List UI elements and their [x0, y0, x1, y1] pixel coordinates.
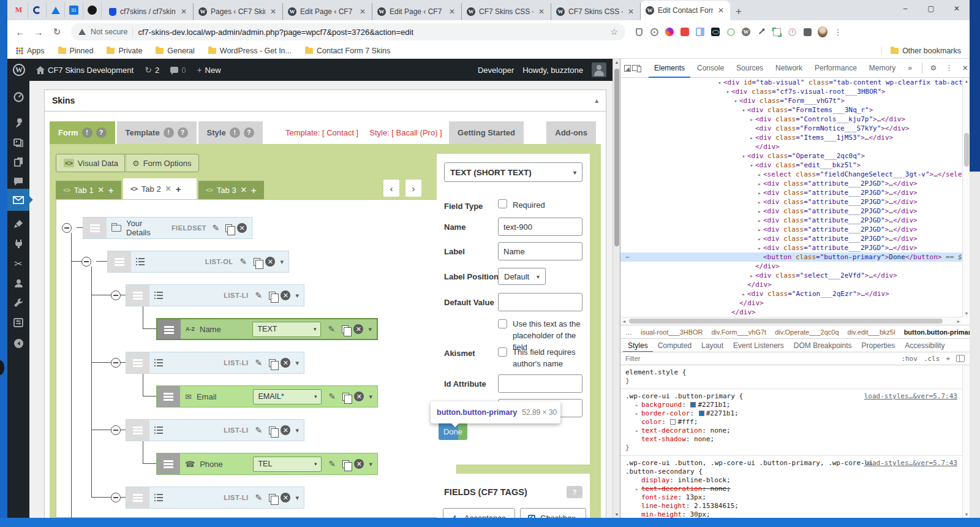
close-button[interactable]: ✕: [944, 0, 970, 17]
css-property[interactable]: ▸border-color: #2271b1;: [625, 409, 957, 418]
edit-icon[interactable]: ✎: [211, 223, 221, 233]
chrome-menu-icon[interactable]: ⋮: [833, 27, 843, 37]
devtools-tab-console[interactable]: Console: [692, 59, 729, 78]
delete-icon[interactable]: ✕: [281, 493, 290, 502]
scrollbar-thumb[interactable]: [614, 69, 619, 246]
expand-arrow-icon[interactable]: ▸: [748, 115, 755, 124]
duplicate-icon[interactable]: [225, 224, 232, 232]
tree-row-name-field[interactable]: A-Z Name TEXT▾ ✎ ✕ ▾: [156, 318, 378, 340]
howdy-link[interactable]: Howdy, buzztone: [522, 66, 583, 75]
devtools-node-line[interactable]: ▸<div class="Items___1jMS3">…</div>: [620, 133, 962, 142]
wp-logo[interactable]: W: [7, 59, 31, 81]
drag-handle-icon[interactable]: [126, 285, 149, 306]
tab-properties[interactable]: Properties: [857, 339, 900, 352]
tab-layout[interactable]: Layout: [696, 339, 728, 352]
menu-plugins[interactable]: [7, 234, 29, 254]
tree-row-list-li[interactable]: LIST-LI ✎ ✕ ▾: [126, 419, 304, 441]
devtools-node-line[interactable]: ▸<select class="fieldChangeSelect___3gt-…: [620, 170, 962, 179]
tab-dom-breakpoints[interactable]: DOM Breakpoints: [789, 339, 857, 352]
menu-settings[interactable]: [7, 313, 29, 332]
wordpress-extension-icon[interactable]: W: [741, 27, 751, 37]
tab-form[interactable]: Form!?: [50, 121, 115, 144]
duplicate-icon[interactable]: [342, 325, 349, 333]
devtools-node-line[interactable]: ▸<div class="attribute___2PJGD">…</div>: [620, 243, 962, 252]
css-property[interactable]: display: inline-block;: [625, 476, 957, 485]
collapse-node-icon[interactable]: [111, 358, 121, 368]
devtools-node-line[interactable]: </div>: [620, 298, 962, 308]
collapse-node-icon[interactable]: [111, 493, 121, 502]
devtools-tab-elements[interactable]: Elements: [649, 59, 690, 78]
red-extension-icon[interactable]: [680, 27, 690, 37]
duplicate-icon[interactable]: [342, 460, 349, 468]
id-attribute-field[interactable]: [498, 374, 582, 393]
color-swatch[interactable]: [670, 419, 676, 425]
pinned-tab-gmail[interactable]: M: [10, 2, 28, 18]
expand-arrow-icon[interactable]: ▾: [740, 106, 747, 115]
scroll-down-arrow[interactable]: ▼: [963, 512, 970, 517]
akismet-checkbox[interactable]: [498, 347, 507, 357]
tab-close-icon[interactable]: ✕: [269, 7, 277, 16]
device-toolbar-icon[interactable]: [632, 61, 640, 75]
warning-badge[interactable]: !: [164, 127, 174, 138]
inspect-element-icon[interactable]: [624, 61, 631, 75]
pinned-tab-drive[interactable]: [47, 2, 65, 18]
css-property[interactable]: color: #fff;: [625, 418, 957, 427]
capture-frame-icon[interactable]: [772, 27, 782, 37]
new-tab-button[interactable]: +: [730, 3, 747, 20]
default-value-field[interactable]: [498, 293, 582, 311]
delete-icon[interactable]: ✕: [281, 290, 290, 300]
expand-arrow-icon[interactable]: ▾: [732, 97, 739, 106]
tree-row-fieldset[interactable]: Your Details FIELDSET ✎ ✕: [83, 217, 252, 239]
tab-close-icon[interactable]: ✕: [179, 7, 188, 16]
devtools-node-line[interactable]: ▾<div class="edit___bkz5l">: [620, 161, 962, 170]
element-style-rule[interactable]: element.style { }: [620, 365, 962, 389]
help-badge[interactable]: ?: [96, 127, 107, 138]
expand-arrow-icon[interactable]: ▸: [756, 244, 763, 253]
devtools-node-line[interactable]: ⋯<button class="button-primary">Done</bu…: [620, 252, 962, 262]
label-field[interactable]: [498, 242, 582, 260]
expand-arrow-icon[interactable]: ▾: [716, 78, 723, 88]
tab-getting-started[interactable]: Getting Started: [449, 121, 524, 144]
duplicate-icon[interactable]: [269, 494, 276, 502]
browser-tab-3[interactable]: WEdit Page ‹ CF7 Skins Te✕: [283, 3, 372, 20]
tab-close-icon[interactable]: ✕: [717, 6, 725, 15]
devtools-node-line[interactable]: ▸<div class="attribute___2PJGD">…</div>: [620, 234, 962, 243]
breadcrumb-item-selected[interactable]: button.button-primary: [904, 328, 970, 336]
edit-icon[interactable]: ✎: [253, 493, 264, 502]
devtools-node-line[interactable]: ▾<div id="tab-visual" class="tab-content…: [620, 78, 962, 87]
tab-addons[interactable]: Add-ons: [546, 121, 596, 144]
tree-row-phone-field[interactable]: ☎ Phone TEL▾ ✎ ✕ ▾: [156, 453, 378, 475]
delete-icon[interactable]: ✕: [281, 358, 290, 368]
devtools-tab-network[interactable]: Network: [770, 59, 808, 78]
duplicate-icon[interactable]: [269, 359, 276, 367]
tab-close-icon[interactable]: ✕: [627, 7, 635, 16]
expand-arrow-icon[interactable]: ▸: [756, 170, 763, 180]
visual-data-button[interactable]: <>Visual Data: [56, 154, 126, 172]
css-property[interactable]: ▸text-decoration: none;: [625, 427, 957, 435]
devtools-node-line[interactable]: </div>: [620, 142, 962, 151]
devtools-node-line[interactable]: ▸<div class="select___2eVfd">…</div>: [620, 271, 962, 280]
devtools-node-line[interactable]: ▸<div class="attribute___2PJGD">…</div>: [620, 225, 962, 234]
tab-template[interactable]: Template!?: [117, 121, 197, 144]
tab-close-icon[interactable]: ✕: [358, 7, 367, 16]
delete-icon[interactable]: ✕: [265, 257, 275, 267]
react-devtools-icon[interactable]: [710, 27, 720, 37]
breadcrumb-item[interactable]: isual-root___3HBOR: [641, 328, 703, 336]
breadcrumb-item[interactable]: div.Operate___2qc0q: [775, 328, 839, 336]
address-bar[interactable]: Not secure cf7-skins-dev.local/wp-admin/…: [71, 23, 625, 40]
collapse-node-icon[interactable]: [111, 290, 121, 300]
tab-event-listeners[interactable]: Event Listeners: [728, 339, 789, 352]
menu-collapse[interactable]: [7, 333, 29, 353]
devtools-node-line[interactable]: ▸<div class="attribute___2PJGD">…</div>: [620, 216, 962, 225]
profile-avatar[interactable]: [818, 27, 827, 37]
css-rule-button-primary[interactable]: load-styles…&ver=5.7:43 .wp-core-ui .but…: [620, 389, 962, 456]
form-tab-3[interactable]: <>Tab 3✕+: [198, 181, 264, 199]
expand-arrow-icon[interactable]: ▸: [756, 235, 763, 244]
chevron-down-icon[interactable]: ▾: [369, 393, 372, 401]
devtools-menu-icon[interactable]: ⋮: [941, 61, 957, 75]
edit-icon[interactable]: ✎: [326, 392, 337, 401]
drag-handle-icon[interactable]: [126, 420, 149, 441]
shield-extension-icon[interactable]: [634, 27, 644, 37]
bookmark-folder-general[interactable]: General: [156, 47, 194, 55]
devtools-node-line[interactable]: ▸<div class="attribute___2PJGD">…</div>: [620, 188, 962, 197]
